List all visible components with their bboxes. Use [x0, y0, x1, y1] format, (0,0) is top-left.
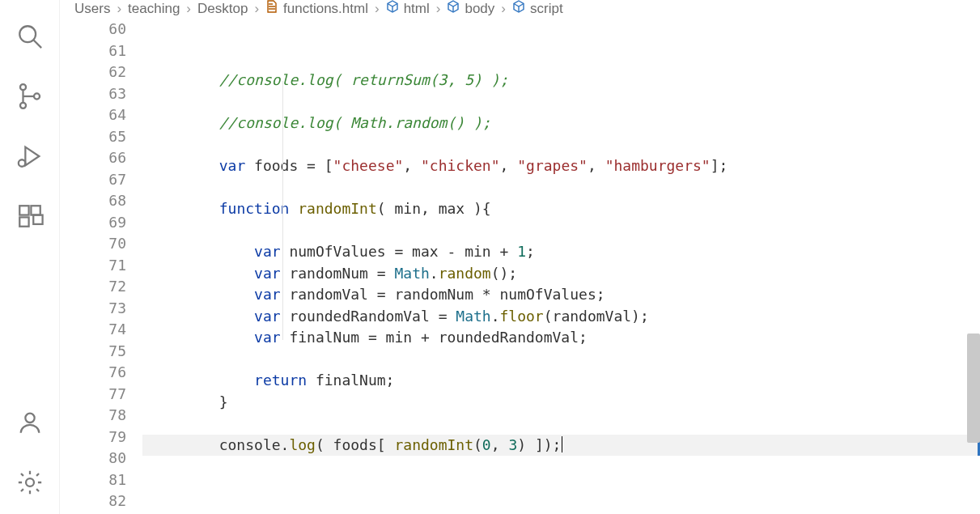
symbol-icon — [447, 0, 460, 17]
line-number: 81 — [60, 469, 149, 491]
code-line[interactable] — [149, 413, 980, 435]
svg-line-1 — [33, 40, 41, 48]
code-line[interactable]: } — [149, 392, 980, 414]
breadcrumb-item[interactable]: teaching — [128, 1, 180, 17]
breadcrumb-label: Desktop — [197, 1, 248, 17]
svg-point-2 — [19, 84, 25, 90]
code-line[interactable] — [149, 349, 980, 371]
svg-point-0 — [19, 26, 36, 42]
line-number: 65 — [60, 126, 149, 148]
line-number: 70 — [60, 233, 149, 255]
code-line[interactable]: var numOfValues = max - min + 1; — [149, 241, 980, 263]
code-line[interactable] — [149, 134, 980, 156]
line-number: 79 — [60, 427, 149, 448]
svg-rect-10 — [33, 215, 42, 224]
code-line[interactable]: var randomVal = randomNum * numOfValues; — [149, 284, 980, 306]
line-number: 63 — [60, 83, 149, 105]
svg-rect-8 — [31, 206, 40, 215]
line-number: 67 — [60, 169, 149, 191]
svg-rect-9 — [19, 217, 28, 226]
code-line[interactable] — [149, 499, 980, 514]
code-editor[interactable]: 6061626364656667686970717273747576777879… — [60, 17, 980, 514]
svg-marker-5 — [25, 147, 39, 166]
app-root: Users›teaching›Desktop›functions.html›ht… — [0, 0, 980, 514]
breadcrumb-label: functions.html — [283, 1, 368, 17]
breadcrumb-item[interactable]: script — [512, 0, 563, 17]
extensions-icon[interactable] — [16, 202, 44, 230]
breadcrumb-label: body — [465, 1, 494, 17]
svg-rect-7 — [19, 206, 28, 215]
symbol-icon — [512, 0, 525, 17]
breadcrumb-separator: › — [117, 1, 121, 17]
breadcrumb-label: teaching — [128, 1, 180, 17]
code-line[interactable]: console.log( foods[ randomInt(0, 3) ]); — [142, 435, 980, 457]
debug-icon[interactable] — [16, 142, 44, 170]
breadcrumb-item[interactable]: body — [447, 0, 494, 17]
line-number: 74 — [60, 319, 149, 341]
svg-point-12 — [26, 478, 34, 486]
line-number: 64 — [60, 104, 149, 126]
line-number: 61 — [60, 40, 149, 62]
text-cursor — [562, 436, 562, 452]
breadcrumb-label: Users — [74, 1, 110, 17]
breadcrumb-item[interactable]: Users — [74, 1, 110, 17]
svg-point-3 — [19, 103, 25, 108]
line-number: 76 — [60, 362, 149, 384]
code-line[interactable]: //console.log( returnSum(3, 5) ); — [149, 70, 980, 91]
symbol-icon — [386, 0, 399, 17]
breadcrumb-item[interactable]: html — [386, 0, 430, 17]
breadcrumb-separator: › — [501, 1, 506, 17]
line-number: 82 — [60, 491, 149, 512]
code-line[interactable] — [149, 478, 980, 499]
breadcrumb-item[interactable]: functions.html — [265, 0, 368, 17]
search-icon[interactable] — [16, 23, 44, 50]
line-number: 71 — [60, 255, 149, 277]
breadcrumb-label: html — [404, 1, 430, 17]
line-number: 72 — [60, 276, 149, 298]
indent-guide — [282, 81, 283, 340]
line-number: 73 — [60, 298, 149, 320]
line-number: 66 — [60, 147, 149, 169]
code-line[interactable]: function randomInt( min, max ){ — [149, 198, 980, 220]
code-line[interactable] — [149, 220, 980, 242]
line-number: 60 — [60, 19, 149, 40]
line-number: 80 — [60, 448, 149, 469]
breadcrumb-label: script — [530, 1, 563, 17]
editor-main: Users›teaching›Desktop›functions.html›ht… — [60, 0, 980, 514]
line-number-gutter: 6061626364656667686970717273747576777879… — [60, 17, 149, 514]
code-line[interactable]: var finalNum = min + roundedRandomVal; — [149, 327, 980, 349]
breadcrumb-item[interactable]: Desktop — [197, 1, 248, 17]
source-control-icon[interactable] — [16, 83, 44, 110]
breadcrumb-separator: › — [375, 1, 380, 17]
breadcrumb: Users›teaching›Desktop›functions.html›ht… — [60, 0, 980, 17]
line-number: 75 — [60, 341, 149, 363]
breadcrumb-separator: › — [254, 1, 259, 17]
file-icon — [265, 0, 278, 17]
breadcrumb-separator: › — [186, 1, 191, 17]
scrollbar-thumb[interactable] — [967, 333, 980, 443]
code-line[interactable] — [149, 456, 980, 478]
code-line[interactable] — [149, 91, 980, 113]
settings-icon[interactable] — [16, 469, 44, 496]
line-number: 77 — [60, 384, 149, 406]
code-line[interactable]: return finalNum; — [149, 370, 980, 392]
code-line[interactable]: var roundedRandomVal = Math.floor(random… — [149, 306, 980, 328]
code-line[interactable]: var randomNum = Math.random(); — [149, 263, 980, 285]
line-number: 62 — [60, 62, 149, 83]
svg-point-6 — [18, 159, 24, 167]
vertical-scrollbar[interactable] — [964, 17, 980, 514]
line-number: 68 — [60, 190, 149, 212]
svg-point-11 — [25, 414, 34, 423]
code-line[interactable]: //console.log( Math.random() ); — [149, 113, 980, 134]
code-line[interactable]: var foods = ["cheese", "chicken", "grape… — [149, 155, 980, 177]
svg-point-4 — [33, 93, 39, 99]
line-number: 69 — [60, 212, 149, 234]
code-line[interactable] — [149, 177, 980, 199]
account-icon[interactable] — [16, 409, 44, 436]
line-number: 78 — [60, 405, 149, 427]
activity-bar — [0, 0, 60, 514]
breadcrumb-separator: › — [436, 1, 441, 17]
code-area[interactable]: //console.log( returnSum(3, 5) ); //cons… — [149, 17, 980, 514]
